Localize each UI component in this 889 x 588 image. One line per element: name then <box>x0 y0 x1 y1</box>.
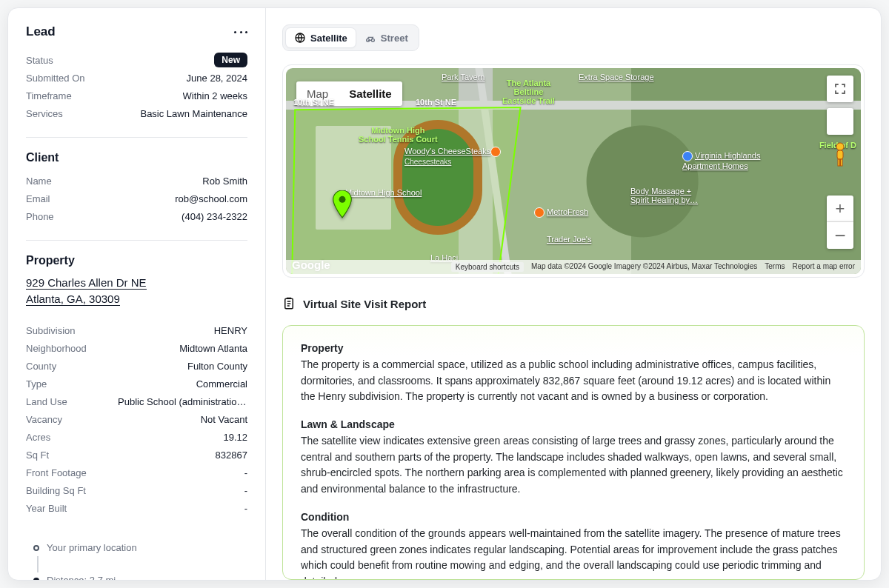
landuse-value: Public School (administration;… <box>118 396 247 407</box>
map-controls: + − <box>827 76 853 249</box>
row-client-email: Email rob@school.com <box>26 190 247 207</box>
neighborhood-value: Midtown Atlanta <box>179 343 247 354</box>
poi-woodys[interactable]: Woody's CheeseSteaks Cheesesteaks <box>404 147 503 166</box>
map-tab-satellite[interactable]: Satellite <box>339 81 402 106</box>
client-phone-label: Phone <box>26 211 54 222</box>
pin-icon <box>534 207 545 218</box>
poi-10th-b: 10th St NE <box>416 98 456 107</box>
vacancy-label: Vacancy <box>26 414 62 425</box>
map-terms-link[interactable]: Terms <box>765 262 785 272</box>
app-frame: Lead Status New Submitted On June 28, 20… <box>7 7 882 581</box>
vacancy-value: Not Vacant <box>201 414 247 425</box>
zoom-in-button[interactable]: + <box>827 196 853 222</box>
services-label: Services <box>26 108 63 119</box>
svg-point-4 <box>339 196 346 203</box>
toggle-street-label: Street <box>381 33 408 44</box>
status-badge: New <box>214 53 247 67</box>
row-client-name: Name Rob Smith <box>26 172 247 190</box>
lead-title: Lead <box>26 24 56 39</box>
poi-metrofresh[interactable]: MetroFresh <box>534 207 588 218</box>
map-footer: Keyboard shortcuts Map data ©2024 Google… <box>286 260 861 274</box>
submitted-label: Submitted On <box>26 73 85 84</box>
map-attribution: Map data ©2024 Google Imagery ©2024 Airb… <box>531 262 757 272</box>
row-timeframe: Timeframe Within 2 weeks <box>26 87 247 104</box>
poi-court-a: Midtown High <box>359 126 438 135</box>
services-value: Basic Lawn Maintenance <box>140 108 247 119</box>
property-title: Property <box>26 254 247 267</box>
divider <box>26 137 247 138</box>
poi-trader-joes[interactable]: Trader Joe's <box>547 235 591 244</box>
divider <box>26 240 247 241</box>
more-icon[interactable] <box>234 25 247 39</box>
open-dot-icon <box>33 545 39 551</box>
view-toggle: Satellite Street <box>282 24 419 51</box>
svg-rect-7 <box>838 159 840 166</box>
zoom-out-button[interactable]: − <box>827 222 853 249</box>
buildingsqft-value: - <box>244 485 247 496</box>
submitted-value: June 28, 2024 <box>187 73 247 84</box>
poi-virginia-highlands[interactable]: Virginia Highlands Apartment Homes <box>682 151 760 170</box>
distance-legend: Your primary location Distance: 3.7 mi T… <box>26 540 247 581</box>
report-map-error-link[interactable]: Report a map error <box>793 262 855 272</box>
closed-dot-icon <box>33 578 39 581</box>
timeframe-label: Timeframe <box>26 90 72 101</box>
client-phone-link[interactable]: (404) 234-2322 <box>182 211 247 222</box>
keyboard-shortcuts-link[interactable]: Keyboard shortcuts <box>451 262 524 272</box>
report-p-condition: The overall condition of the grounds app… <box>301 526 846 580</box>
frontfootage-value: - <box>244 467 247 478</box>
pegman-icon[interactable] <box>828 141 852 169</box>
fullscreen-button[interactable] <box>827 76 853 102</box>
client-email-link[interactable]: rob@school.com <box>175 193 247 204</box>
acres-value: 19.12 <box>223 432 247 443</box>
client-title: Client <box>26 151 247 164</box>
poi-beltline-b: Beltline <box>502 87 555 96</box>
poi-beltline-c: Eastside Trail <box>502 96 555 105</box>
address-line1[interactable]: 929 Charles Allen Dr NE <box>26 276 147 290</box>
county-value: Fulton County <box>187 361 247 372</box>
svg-rect-6 <box>837 150 843 159</box>
sqft-value: 832867 <box>216 450 247 461</box>
yearbuilt-value: - <box>244 503 247 514</box>
map-canvas[interactable]: Map Satellite Park Tavern 10th St NE 10t… <box>286 68 861 274</box>
pin-icon <box>490 147 501 157</box>
poi-beltline-a: The Atlanta <box>502 78 555 87</box>
type-value: Commercial <box>196 378 247 390</box>
map-marker-icon[interactable] <box>332 190 353 221</box>
address-line2[interactable]: Atlanta, GA, 30309 <box>26 293 120 306</box>
timeframe-value: Within 2 weeks <box>183 90 247 101</box>
sqft-label: Sq Ft <box>26 450 49 461</box>
neighborhood-label: Neighborhood <box>26 343 87 354</box>
type-label: Type <box>26 378 47 390</box>
street-icon <box>364 32 376 44</box>
tiles-button[interactable] <box>827 108 853 135</box>
poi-body-massage[interactable]: Body Massage +Spirit Healing by… <box>630 187 698 204</box>
connector-icon <box>37 556 39 572</box>
report-p-property: The property is a commercial space, util… <box>301 357 846 405</box>
row-status: Status New <box>26 51 247 69</box>
subdivision-label: Subdivision <box>26 325 76 336</box>
report-title: Virtual Site Visit Report <box>303 298 426 310</box>
client-name-value: Rob Smith <box>202 176 247 187</box>
report-p-lawn: The satellite view indicates extensive g… <box>301 433 846 498</box>
legend-primary: Your primary location <box>47 542 137 553</box>
report-h-lawn: Lawn & Landscape <box>301 418 846 430</box>
report-box: Property The property is a commercial sp… <box>282 325 865 580</box>
sidebar: Lead Status New Submitted On June 28, 20… <box>8 8 266 580</box>
poi-10th-a: 10th St NE <box>293 98 334 107</box>
report-icon <box>282 297 296 310</box>
pin-icon <box>682 151 693 161</box>
poi-midtown-high[interactable]: Midtown High School <box>345 188 422 197</box>
property-address[interactable]: 929 Charles Allen Dr NE Atlanta, GA, 303… <box>26 275 247 307</box>
poi-park-tavern[interactable]: Park Tavern <box>442 73 485 81</box>
client-name-label: Name <box>26 176 52 187</box>
map-card: Map Satellite Park Tavern 10th St NE 10t… <box>282 64 865 278</box>
poi-court-b: School Tennis Court <box>359 135 438 144</box>
row-client-phone: Phone (404) 234-2322 <box>26 207 247 225</box>
toggle-street[interactable]: Street <box>356 27 416 48</box>
poi-extra-space[interactable]: Extra Space Storage <box>579 73 654 81</box>
frontfootage-label: Front Footage <box>26 467 87 478</box>
acres-label: Acres <box>26 432 50 443</box>
toggle-satellite[interactable]: Satellite <box>285 27 356 48</box>
svg-point-5 <box>836 143 844 150</box>
satellite-icon <box>294 32 306 44</box>
